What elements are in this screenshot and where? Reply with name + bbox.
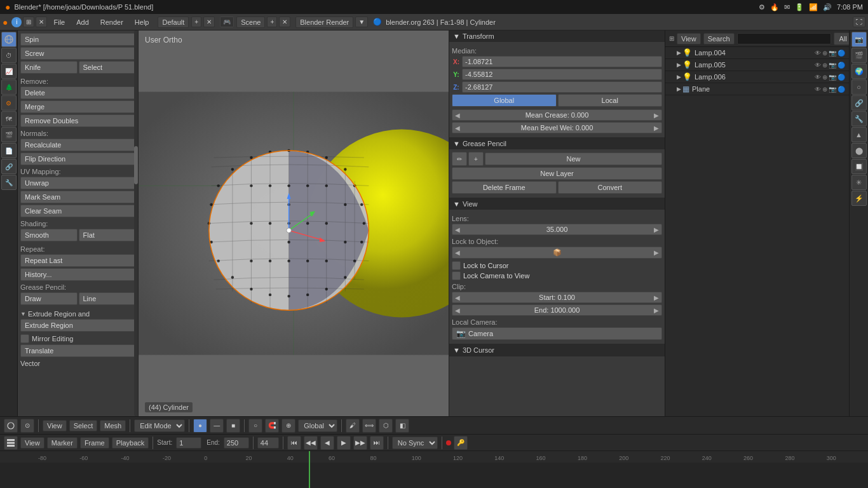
data-props-icon[interactable]: ▲: [851, 127, 867, 142]
local-button[interactable]: Local: [558, 94, 663, 107]
clip-start-left-arrow[interactable]: ◀: [452, 293, 463, 302]
outliner-item-plane[interactable]: ▶ ▦ Plane 👁 ⊕ 📷 🔵: [665, 83, 849, 95]
x-value-input[interactable]: [462, 56, 662, 67]
menu-add[interactable]: Add: [71, 17, 94, 27]
eye-icon[interactable]: 👁: [815, 50, 821, 57]
settings-icon[interactable]: ⚙: [759, 3, 765, 11]
mean-crease-right-arrow[interactable]: ▶: [651, 111, 661, 120]
keyframe-icon[interactable]: 🔑: [454, 436, 468, 450]
keyframe-dot-red[interactable]: [446, 440, 451, 445]
global-button[interactable]: Global: [452, 94, 557, 107]
next-frame-icon[interactable]: ▶▶: [353, 436, 367, 450]
gp-line-button[interactable]: Line: [79, 292, 136, 305]
screen-add-icon[interactable]: +: [191, 17, 201, 27]
video-editor-icon[interactable]: 🎬: [1, 127, 17, 142]
mean-crease-left-arrow[interactable]: ◀: [452, 111, 463, 120]
view-timeline-label[interactable]: View: [20, 437, 44, 449]
grease-pencil-header[interactable]: ▼ Grease Pencil: [449, 138, 665, 149]
menu-file[interactable]: File: [48, 17, 70, 27]
blender-logo-link[interactable]: 🔵: [373, 18, 382, 26]
camera-ol-icon[interactable]: 📷: [829, 62, 836, 69]
world-props-icon[interactable]: 🌍: [851, 64, 867, 79]
lens-value[interactable]: 35.000: [463, 224, 651, 234]
transform-orients-icon[interactable]: ⊕: [281, 419, 295, 433]
mail-icon[interactable]: ✉: [784, 3, 790, 11]
view-section-header[interactable]: ▼ View: [449, 198, 665, 210]
constraint-props-icon[interactable]: 🔗: [851, 95, 867, 111]
sculpt-icon[interactable]: 🖌: [346, 419, 360, 433]
view-bt-label[interactable]: View: [43, 420, 67, 431]
render-engine-selector[interactable]: Blender Render: [295, 17, 353, 28]
clip-end-left-arrow[interactable]: ◀: [452, 306, 463, 315]
screen-x-icon[interactable]: ✕: [203, 17, 215, 27]
fire-icon[interactable]: 🔥: [770, 3, 779, 11]
sync-select[interactable]: No Sync: [392, 437, 438, 449]
vertex-select-icon[interactable]: ●: [193, 419, 207, 433]
recalculate-button[interactable]: Recalculate: [20, 139, 135, 151]
mean-bevel-right-arrow[interactable]: ▶: [651, 123, 661, 133]
render-icon[interactable]: 🔵: [837, 50, 845, 57]
cursor-icon[interactable]: ⊕: [822, 74, 827, 81]
face-select-icon[interactable]: ■: [226, 419, 240, 433]
mean-crease-value[interactable]: Mean Crease: 0.000: [463, 110, 651, 120]
clip-start-value[interactable]: Start: 0.100: [463, 292, 651, 302]
transform-pivot-select[interactable]: Global: [298, 419, 337, 432]
camera-ol-icon[interactable]: 📷: [829, 50, 836, 57]
playback-label[interactable]: Playback: [112, 437, 149, 449]
delete-frame-button[interactable]: Delete Frame: [452, 181, 557, 194]
outliner-icon[interactable]: 🌲: [1, 79, 17, 95]
node-editor-icon[interactable]: 🔗: [1, 159, 17, 174]
viewport[interactable]: User Ortho: [139, 30, 449, 416]
render-icon[interactable]: 🔵: [837, 62, 845, 69]
y-value-input[interactable]: [462, 69, 662, 80]
convert-button[interactable]: Convert: [558, 181, 663, 194]
lock-camera-checkbox[interactable]: [452, 271, 461, 280]
graph-editor-icon[interactable]: 📈: [1, 64, 17, 79]
merge-button[interactable]: Merge: [20, 100, 135, 113]
clip-end-right-arrow[interactable]: ▶: [651, 306, 661, 315]
z-value-input[interactable]: [462, 81, 662, 93]
cursor-icon[interactable]: ⊕: [822, 62, 827, 69]
frame-label[interactable]: Frame: [80, 437, 109, 449]
camera-ol-icon[interactable]: 📷: [829, 86, 836, 93]
cursor-3d-header[interactable]: ▼ 3D Cursor: [449, 344, 665, 356]
remove-doubles-button[interactable]: Remove Doubles: [20, 114, 135, 127]
menu-help[interactable]: Help: [130, 17, 154, 27]
flip-direction-button[interactable]: Flip Direction: [20, 152, 135, 165]
lens-right-arrow[interactable]: ▶: [651, 225, 661, 234]
texture-props-icon[interactable]: 🔲: [851, 159, 867, 174]
play-reverse-icon[interactable]: ◀: [320, 436, 334, 450]
local-camera-field[interactable]: 📷 Camera: [452, 327, 662, 340]
outliner-search-input[interactable]: [737, 33, 831, 44]
smooth-button[interactable]: Smooth: [20, 229, 78, 241]
unwrap-button[interactable]: Unwrap: [20, 177, 135, 189]
logic-editor-icon[interactable]: 🔧: [1, 175, 17, 190]
screw-button[interactable]: Screw: [20, 47, 135, 60]
outliner-item-lamp006[interactable]: ▶ 💡 Lamp.006 👁 ⊕ 📷 🔵: [665, 71, 849, 83]
edge-select-icon[interactable]: —: [210, 419, 224, 433]
play-icon[interactable]: ▶: [337, 436, 351, 450]
properties-icon[interactable]: ⚙: [1, 95, 17, 111]
transform-section-header[interactable]: ▼ Transform: [449, 30, 665, 42]
lock-obj-left-arrow[interactable]: ◀: [452, 248, 463, 257]
camera-ol-icon[interactable]: 📷: [829, 74, 836, 81]
proportional-edit-icon[interactable]: ○: [248, 419, 262, 433]
new-layer-button[interactable]: New Layer: [452, 167, 662, 180]
scene-add-icon[interactable]: +: [267, 17, 277, 27]
modifier-props-icon[interactable]: 🔧: [851, 111, 867, 126]
start-frame-input[interactable]: [176, 437, 201, 449]
scrollbar-thumb[interactable]: [134, 146, 138, 184]
prev-frame-icon[interactable]: ◀◀: [304, 436, 318, 450]
lens-left-arrow[interactable]: ◀: [452, 225, 463, 234]
gp-draw-button[interactable]: Draw: [20, 292, 78, 305]
render-icon[interactable]: 🔵: [837, 86, 845, 93]
outliner-view-label[interactable]: View: [677, 33, 701, 44]
delete-select[interactable]: Delete: [20, 86, 135, 99]
outliner-search-label[interactable]: Search: [703, 33, 735, 44]
history-button[interactable]: History...: [20, 268, 135, 281]
scene-props-icon[interactable]: 🎬: [851, 48, 867, 63]
cursor-icon[interactable]: ⊕: [822, 50, 827, 57]
timeline-icon[interactable]: ⏱: [1, 48, 17, 63]
select-button[interactable]: Select: [79, 61, 136, 74]
scene-x-icon[interactable]: ✕: [279, 17, 290, 27]
